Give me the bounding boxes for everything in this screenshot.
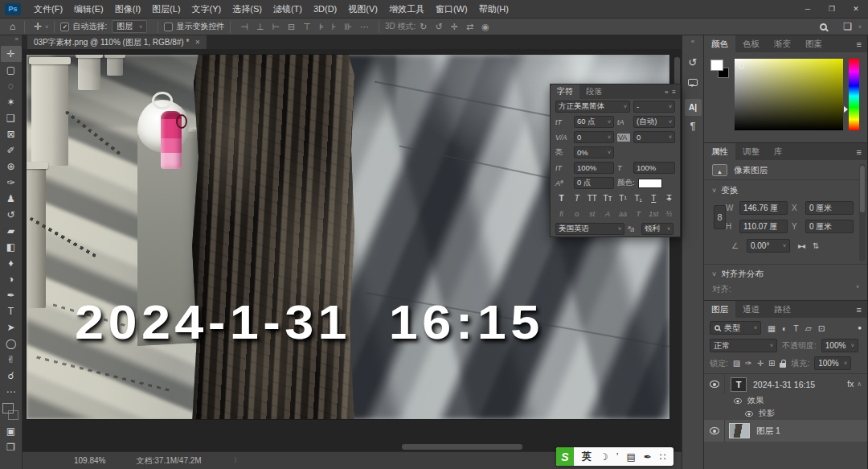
tab-libraries[interactable]: 库	[767, 143, 790, 160]
language-dropdown[interactable]: 美国英语 ˅	[555, 223, 624, 235]
hue-slider[interactable]	[849, 59, 859, 130]
eye-cell[interactable]	[704, 374, 725, 394]
distribute-vertical-icon[interactable]: ⊪	[344, 22, 352, 32]
gradient-tool[interactable]: ◧	[1, 239, 22, 255]
saturation-brightness-field[interactable]	[735, 59, 843, 130]
blur-tool[interactable]: ♦	[1, 255, 22, 271]
visibility-eye-icon[interactable]	[734, 397, 742, 403]
align-section-header[interactable]: ˅ 对齐并分布	[712, 269, 859, 280]
magic-wand-tool[interactable]: ✶	[1, 94, 22, 110]
faux-italic-button[interactable]: T	[571, 194, 583, 203]
comment-panel-icon[interactable]	[688, 79, 698, 86]
superscript-button[interactable]: T¹	[617, 194, 629, 203]
tracking-dropdown[interactable]: 0 ˅	[633, 131, 675, 143]
small-caps-button[interactable]: Tᴛ	[601, 194, 613, 203]
flip-vertical-icon[interactable]: ⇅	[813, 241, 818, 250]
ime-toolbox-icon[interactable]: ∷	[660, 451, 666, 463]
effects-row[interactable]: 效果	[704, 394, 867, 407]
hand-tool[interactable]: ✌	[1, 352, 22, 368]
fx-collapse-icon[interactable]: ∧	[857, 381, 862, 388]
dodge-tool[interactable]: ◑	[1, 271, 22, 287]
height-field[interactable]: 110.07 厘	[739, 220, 788, 233]
transform-section-header[interactable]: ˅ 变换	[704, 180, 867, 200]
marquee-tool[interactable]: ▢	[1, 62, 22, 78]
tab-patterns[interactable]: 图案	[798, 35, 829, 52]
flip-horizontal-icon[interactable]: ▸◂	[798, 241, 805, 250]
subscript-button[interactable]: T₁	[633, 194, 645, 203]
stylistic-alternates-button[interactable]: aa	[617, 210, 629, 218]
tab-layers[interactable]: 图层	[704, 301, 735, 318]
ime-night-mode-icon[interactable]: ☽	[600, 451, 608, 463]
align-horizontal-centers-icon[interactable]: ⊥	[256, 22, 264, 32]
visibility-eye-icon[interactable]	[745, 410, 753, 416]
color-field-marker[interactable]	[739, 64, 744, 69]
lock-position-icon[interactable]: ✛	[757, 359, 764, 368]
text-layer-name[interactable]: 2024-1-31 16:15	[753, 380, 847, 389]
lock-transparent-pixels-icon[interactable]: ▨	[733, 359, 740, 368]
titling-alternates-button[interactable]: T	[633, 210, 645, 218]
ligatures-button[interactable]: fi	[555, 210, 567, 218]
filter-shape-layers-icon[interactable]: ▱	[805, 323, 812, 333]
zoom-tool[interactable]: ☌	[1, 368, 22, 384]
brush-tool[interactable]: ✑	[1, 175, 22, 191]
edit-toolbar-icon[interactable]: ⋯	[1, 384, 22, 400]
more-align-options-icon[interactable]: ⋯	[360, 22, 369, 32]
tab-paths[interactable]: 路径	[767, 301, 798, 318]
all-caps-button[interactable]: TT	[586, 194, 598, 203]
visibility-eye-icon[interactable]	[710, 427, 719, 434]
blend-mode-dropdown[interactable]: 正常 ˅	[710, 339, 777, 352]
move-tool-preset-icon[interactable]: ✛	[34, 21, 42, 32]
panel-menu-icon[interactable]: ≡	[857, 147, 867, 157]
eyedropper-tool[interactable]: ✐	[1, 142, 22, 158]
zoom-level-field[interactable]: 109.84%	[74, 456, 105, 465]
baseline-shift-field[interactable]: 0 点	[574, 177, 614, 189]
color-swatches-widget[interactable]	[2, 402, 21, 423]
align-left-edges-icon[interactable]: ⊣	[240, 22, 248, 32]
leading-dropdown[interactable]: (自动) ˅	[633, 116, 675, 128]
3d-drag-icon[interactable]: ✛	[451, 22, 458, 32]
screen-mode-button[interactable]: ❐	[1, 439, 22, 455]
discretionary-ligatures-button[interactable]: st	[586, 210, 598, 218]
text-layer-thumbnail[interactable]: T	[731, 377, 747, 392]
workspace-switcher-icon[interactable]: ❏	[843, 21, 852, 32]
3d-rotate-icon[interactable]: ↻	[420, 22, 427, 32]
healing-brush-tool[interactable]: ⊕	[1, 158, 22, 175]
tab-channels[interactable]: 通道	[735, 301, 767, 318]
ime-handwriting-icon[interactable]: ✒	[644, 451, 652, 463]
show-transform-checkbox[interactable]	[164, 23, 173, 31]
panel-menu-icon[interactable]: ≡	[857, 305, 867, 315]
menu-window[interactable]: 窗口(W)	[430, 3, 473, 15]
filter-type-layers-icon[interactable]: T	[793, 323, 798, 333]
menu-type[interactable]: 文字(Y)	[186, 3, 227, 15]
close-button[interactable]: ✕	[844, 5, 868, 13]
align-right-edges-icon[interactable]: ⊢	[272, 22, 280, 32]
visibility-eye-icon[interactable]	[710, 381, 719, 388]
filter-adjustment-layers-icon[interactable]: ◐	[782, 323, 787, 333]
layer-fx-badge[interactable]: fx	[847, 380, 854, 389]
auto-select-target-dropdown[interactable]: 图层 ˅	[112, 20, 147, 33]
x-field[interactable]: 0 厘米	[805, 201, 854, 215]
chevron-down-icon[interactable]: ˅	[856, 284, 859, 295]
auto-select-checkbox[interactable]: ✓	[60, 23, 69, 31]
drop-shadow-row[interactable]: 投影	[704, 407, 867, 420]
search-icon[interactable]	[820, 23, 827, 31]
font-style-dropdown[interactable]: - ˅	[633, 101, 675, 113]
lock-all-icon[interactable]	[780, 363, 786, 368]
crop-tool[interactable]: ❑	[1, 110, 22, 126]
menu-view[interactable]: 视图(V)	[342, 3, 383, 15]
distribute-horizontal-icon[interactable]: ⊟	[288, 22, 295, 32]
foreground-color-swatch[interactable]	[2, 403, 14, 413]
ime-language-toggle[interactable]: 英	[582, 450, 592, 463]
filter-toggle-icon[interactable]: ●	[858, 324, 862, 331]
align-bottom-edges-icon[interactable]: ⊦	[332, 22, 337, 32]
3d-slide-icon[interactable]: ⇄	[466, 22, 473, 32]
image-layer-name[interactable]: 图层 1	[756, 426, 867, 437]
font-family-dropdown[interactable]: 方正美黑简体 ˅	[555, 101, 630, 113]
horizontal-scrollbar[interactable]	[402, 444, 522, 450]
image-layer-row[interactable]: 图层 1	[704, 420, 867, 442]
lasso-tool[interactable]: ◌	[1, 78, 22, 94]
character-panel-icon[interactable]: A|	[685, 99, 702, 116]
strikethrough-button[interactable]: Ŧ	[663, 194, 675, 203]
status-options-chevron[interactable]: 〉	[234, 455, 241, 466]
lock-image-pixels-icon[interactable]: ✑	[745, 359, 751, 368]
